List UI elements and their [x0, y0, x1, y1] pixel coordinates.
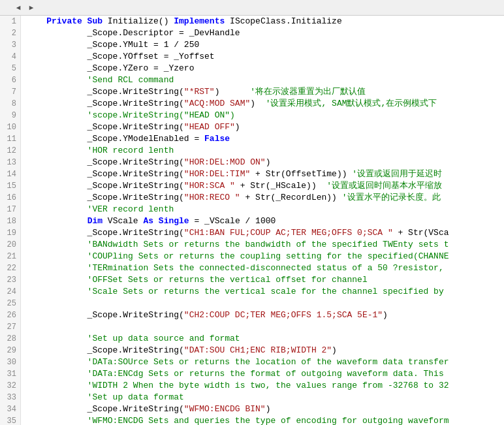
line-number: 35: [0, 415, 20, 425]
code-lines[interactable]: Private Sub Initialize() Implements ISco…: [21, 16, 504, 425]
code-line: 'Scale Sets or returns the vertical scal…: [26, 286, 504, 298]
line-number: 31: [0, 368, 20, 380]
line-number: 34: [0, 403, 20, 415]
code-line: 'VER record lenth: [26, 204, 504, 215]
line-number: 10: [0, 121, 20, 133]
code-line: _Scope.Descriptor = _DevHandle: [26, 27, 504, 39]
code-line: 'BANdwidth Sets or returns the bandwidth…: [26, 239, 504, 251]
code-line: 'Send RCL command: [26, 74, 504, 86]
code-line: 'Set up data source and format: [26, 333, 504, 345]
code-line: _Scope.YMult = 1 / 250: [26, 39, 504, 51]
code-line: _Scope.WriteString("*RST") '将在示波器重置为出厂默认…: [26, 86, 504, 98]
line-number: 1: [0, 16, 20, 27]
line-number: 23: [0, 274, 20, 286]
code-line: _Scope.YModelEnabled = False: [26, 133, 504, 145]
code-line: _Scope.YZero = _Yzero: [26, 63, 504, 74]
line-number: 30: [0, 356, 20, 368]
code-line: 'Set up data format: [26, 392, 504, 403]
code-line: _Scope.WriteString("HOR:DEL:TIM" + Str(O…: [26, 168, 504, 180]
code-container: 1234567891011121314151617181920212223242…: [0, 16, 504, 425]
title-bar: ◀ ▶: [0, 0, 504, 16]
code-line: _Scope.WriteString("ACQ:MOD SAM") '设置采用模…: [26, 98, 504, 110]
code-line: 'COUPling Sets or returns the coupling s…: [26, 251, 504, 262]
code-line: [26, 321, 504, 333]
code-line: _Scope.WriteString("HEAD OFF"): [26, 121, 504, 133]
line-number: 15: [0, 180, 20, 192]
line-number: 14: [0, 168, 20, 180]
line-number: 22: [0, 262, 20, 274]
line-number: 12: [0, 145, 20, 157]
line-number: 9: [0, 110, 20, 121]
code-line: [26, 298, 504, 309]
line-number: 5: [0, 63, 20, 74]
line-number: 7: [0, 86, 20, 98]
line-number: 18: [0, 215, 20, 227]
line-number: 16: [0, 192, 20, 204]
code-line: _Scope.YOffset = _Yoffset: [26, 51, 504, 63]
line-number: 28: [0, 333, 20, 345]
line-number: 6: [0, 74, 20, 86]
line-number: 2: [0, 27, 20, 39]
line-numbers: 1234567891011121314151617181920212223242…: [0, 16, 21, 425]
line-number: 25: [0, 298, 20, 309]
code-line: 'OFFSet Sets or returns the vertical off…: [26, 274, 504, 286]
line-number: 17: [0, 204, 20, 215]
code-line: _Scope.WriteString("HOR:DEL:MOD ON"): [26, 157, 504, 168]
code-line: _Scope.WriteString("HOR:RECO " + Str(_Re…: [26, 192, 504, 204]
code-line: _Scope.WriteString("CH1:BAN FUL;COUP AC;…: [26, 227, 504, 239]
line-number: 13: [0, 157, 20, 168]
line-number: 29: [0, 345, 20, 356]
line-number: 8: [0, 98, 20, 110]
code-line: 'TERmination Sets the connected-disconne…: [26, 262, 504, 274]
back-icon[interactable]: ◀: [13, 3, 24, 13]
code-line: _Scope.WriteString("HOR:SCA " + Str(_HSc…: [26, 180, 504, 192]
line-number: 33: [0, 392, 20, 403]
code-line: 'DATa:SOUrce Sets or returns the locatio…: [26, 356, 504, 368]
line-number: 24: [0, 286, 20, 298]
line-number: 26: [0, 309, 20, 321]
code-line: Dim VScale As Single = _VScale / 1000: [26, 215, 504, 227]
code-line: _Scope.WriteString("DAT:SOU CH1;ENC RIB;…: [26, 345, 504, 356]
code-line: 'scope.WriteString("HEAD ON"): [26, 110, 504, 121]
code-line: _Scope.WriteString("WFMO:ENCDG BIN"): [26, 403, 504, 415]
code-line: Private Sub Initialize() Implements ISco…: [26, 16, 504, 27]
forward-icon[interactable]: ▶: [26, 3, 37, 13]
code-line: _Scope.WriteString("CH2:COUP DC;TER MEG;…: [26, 309, 504, 321]
code-line: 'WFMO:ENCDG Sets and queries the type of…: [26, 415, 504, 425]
code-line: 'DATa:ENCdg Sets or returns the format o…: [26, 368, 504, 380]
code-line: 'HOR record lenth: [26, 145, 504, 157]
line-number: 11: [0, 133, 20, 145]
line-number: 21: [0, 251, 20, 262]
line-number: 32: [0, 380, 20, 392]
line-number: 4: [0, 51, 20, 63]
line-number: 27: [0, 321, 20, 333]
line-number: 20: [0, 239, 20, 251]
line-number: 3: [0, 39, 20, 51]
line-number: 19: [0, 227, 20, 239]
code-line: 'WIDTH 2 When the byte width is two, the…: [26, 380, 504, 392]
